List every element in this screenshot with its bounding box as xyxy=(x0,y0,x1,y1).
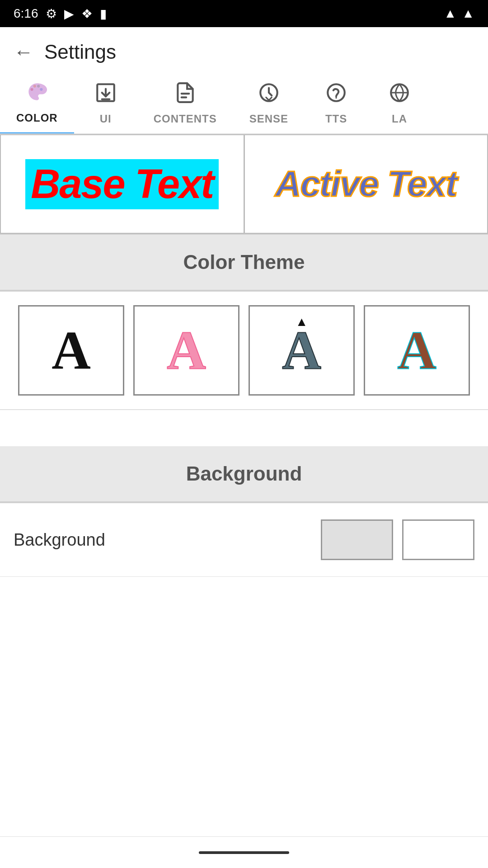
spacer-1 xyxy=(0,410,488,446)
theme-brown-letter: A xyxy=(397,319,436,382)
background-color-swatch-white[interactable] xyxy=(402,519,474,560)
wifi-icon: ▲ xyxy=(444,6,457,21)
tab-ui-label: UI xyxy=(100,113,112,125)
play-icon: ▶ xyxy=(64,6,74,21)
signal-icon: ▲ xyxy=(462,6,474,21)
document-icon xyxy=(174,81,197,108)
top-bar: ← Settings xyxy=(0,27,488,72)
tab-la-label: LA xyxy=(392,113,407,125)
clock-download-icon xyxy=(258,81,280,108)
active-text-panel[interactable]: Active Text xyxy=(244,134,488,234)
theme-dark-triangle: ▲ xyxy=(296,315,308,329)
theme-pink[interactable]: A xyxy=(133,305,239,396)
page-title: Settings xyxy=(44,41,116,63)
bottom-indicator xyxy=(199,851,289,854)
tab-contents[interactable]: CONTENTS xyxy=(137,73,233,133)
tab-tts-label: TTS xyxy=(325,113,347,125)
background-title: Background xyxy=(186,462,302,485)
language-icon xyxy=(388,81,411,108)
color-theme-title: Color Theme xyxy=(183,251,305,273)
theme-dark[interactable]: ▲ A xyxy=(249,305,355,396)
theme-dark-letter: ▲ A xyxy=(282,319,321,382)
tab-color[interactable]: COLOR xyxy=(0,72,74,134)
status-right: ▲ ▲ xyxy=(444,6,474,21)
back-button[interactable]: ← xyxy=(14,42,33,62)
active-text-preview: Active Text xyxy=(275,163,457,205)
theme-plain-letter: A xyxy=(52,319,91,382)
palette-icon xyxy=(26,80,48,107)
base-text-panel[interactable]: Base Text xyxy=(0,134,244,234)
sim-icon: ▮ xyxy=(100,6,107,21)
diamond-icon: ❖ xyxy=(81,6,93,21)
tab-contents-label: CONTENTS xyxy=(154,113,217,125)
theme-plain[interactable]: A xyxy=(18,305,124,396)
background-color-swatch-gray[interactable] xyxy=(321,519,393,560)
status-left: 6:16 ⚙ ▶ ❖ ▮ xyxy=(14,6,107,21)
tab-color-label: COLOR xyxy=(16,112,58,124)
settings-icon: ⚙ xyxy=(46,6,57,21)
color-theme-section-header: Color Theme xyxy=(0,235,488,291)
theme-row: A A ▲ A A xyxy=(0,292,488,410)
bottom-bar xyxy=(0,836,488,868)
download-box-icon xyxy=(94,81,117,108)
tab-tts[interactable]: TTS xyxy=(305,73,368,133)
hearing-icon xyxy=(325,81,347,108)
tab-la[interactable]: LA xyxy=(368,73,431,133)
tab-sense-label: SENSE xyxy=(249,113,288,125)
theme-brown[interactable]: A xyxy=(364,305,470,396)
base-text-preview: Base Text xyxy=(25,159,219,209)
tab-ui[interactable]: UI xyxy=(74,73,137,133)
theme-pink-letter: A xyxy=(167,319,206,382)
status-time: 6:16 xyxy=(14,6,38,21)
background-label: Background xyxy=(14,530,105,550)
tab-bar: COLOR UI CONTENTS xyxy=(0,72,488,134)
tab-sense[interactable]: SENSE xyxy=(233,73,305,133)
background-section-header: Background xyxy=(0,446,488,502)
background-controls xyxy=(321,519,474,560)
background-row: Background xyxy=(0,503,488,577)
svg-point-7 xyxy=(335,97,337,99)
preview-row: Base Text Active Text xyxy=(0,134,488,235)
status-bar: 6:16 ⚙ ▶ ❖ ▮ ▲ ▲ xyxy=(0,0,488,27)
